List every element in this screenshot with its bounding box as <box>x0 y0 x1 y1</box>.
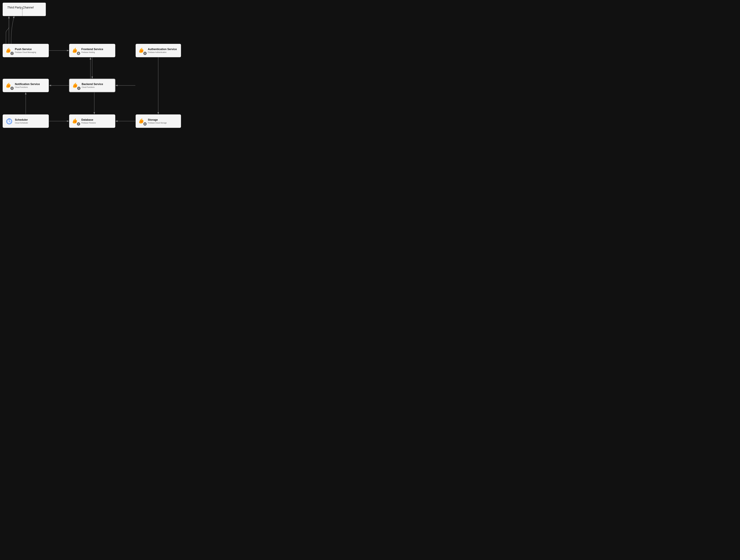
notification-service-card: Notification Service Cloud Functions <box>3 79 49 92</box>
svg-point-14 <box>145 53 146 53</box>
push-service-title: Push Service <box>15 48 36 51</box>
storage-icon <box>138 117 146 125</box>
backend-service-text: Backend Service Cloud Functions <box>82 83 103 88</box>
scheduler-card: Scheduler Cloud Scheduler <box>3 114 49 128</box>
architecture-diagram: Third Party Channel Push Service Firebas… <box>0 0 185 140</box>
frontend-service-icon <box>72 46 80 55</box>
storage-text: Storage Firebase Cloud Storage <box>148 118 167 124</box>
frontend-service-subtitle: Firebase Hosting <box>81 51 103 53</box>
auth-service-subtitle: Firebase Authentication <box>148 51 177 53</box>
scheduler-text: Scheduler Cloud Scheduler <box>15 118 28 124</box>
push-service-badge <box>10 52 14 55</box>
svg-point-27 <box>78 124 79 125</box>
push-service-icon <box>5 46 13 55</box>
backend-service-icon <box>72 81 80 90</box>
notification-service-title: Notification Service <box>15 83 40 86</box>
storage-title: Storage <box>148 118 167 122</box>
database-badge <box>77 122 80 126</box>
auth-service-text: Authentication Service Firebase Authenti… <box>148 48 177 53</box>
backend-service-card: Backend Service Cloud Functions <box>69 79 115 92</box>
svg-rect-28 <box>144 123 146 125</box>
database-text: Database Firebase Firestore <box>81 118 96 124</box>
backend-service-badge <box>77 87 80 90</box>
database-card: Database Firebase Firestore <box>69 114 115 128</box>
storage-card: Storage Firebase Cloud Storage <box>135 114 181 128</box>
notification-service-icon <box>5 81 13 90</box>
auth-service-title: Authentication Service <box>148 48 177 51</box>
database-subtitle: Firebase Firestore <box>81 122 96 124</box>
frontend-service-card: Frontend Service Firebase Hosting <box>69 44 115 57</box>
auth-service-card: Authentication Service Firebase Authenti… <box>135 44 181 57</box>
notification-service-text: Notification Service Cloud Functions <box>15 83 40 88</box>
scheduler-subtitle: Cloud Scheduler <box>15 122 28 124</box>
auth-service-badge <box>144 52 147 55</box>
push-service-subtitle: Firebase Cloud Messaging <box>15 51 36 53</box>
third-party-channel-card: Third Party Channel <box>3 3 46 16</box>
notification-service-badge <box>10 87 14 90</box>
backend-service-title: Backend Service <box>82 83 103 86</box>
backend-service-subtitle: Cloud Functions <box>82 86 103 88</box>
frontend-service-title: Frontend Service <box>81 48 103 51</box>
push-service-card: Push Service Firebase Cloud Messaging <box>3 44 49 57</box>
scheduler-icon <box>5 117 13 125</box>
scheduler-title: Scheduler <box>15 118 28 122</box>
storage-subtitle: Firebase Cloud Storage <box>148 122 167 124</box>
frontend-service-text: Frontend Service Firebase Hosting <box>81 48 103 53</box>
push-service-text: Push Service Firebase Cloud Messaging <box>15 48 36 53</box>
database-title: Database <box>81 118 96 122</box>
auth-service-icon <box>138 46 146 55</box>
storage-badge <box>144 122 147 126</box>
database-icon <box>72 117 80 125</box>
third-party-channel-title: Third Party Channel <box>7 6 33 9</box>
frontend-service-badge <box>77 52 80 55</box>
notification-service-subtitle: Cloud Functions <box>15 86 40 88</box>
